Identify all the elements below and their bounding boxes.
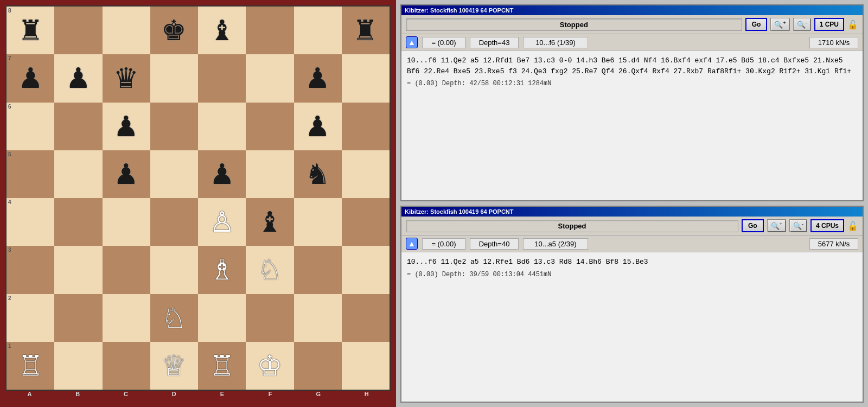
square-g1[interactable]: [294, 342, 342, 390]
square-g2[interactable]: [294, 294, 342, 342]
square-f4[interactable]: ♝: [246, 198, 293, 246]
square-b2[interactable]: [54, 294, 102, 342]
piece-white-R-a1: ♖: [18, 352, 43, 380]
square-c2[interactable]: [103, 294, 150, 342]
square-d5[interactable]: [150, 150, 198, 198]
square-c5[interactable]: ♟: [103, 150, 150, 198]
square-d1[interactable]: ♕: [150, 342, 198, 390]
kibitzer1-zoom-out-button[interactable]: 🔍-: [793, 18, 811, 31]
square-b3[interactable]: [54, 246, 102, 294]
piece-black-N-g5: ♞: [305, 160, 330, 188]
square-e6[interactable]: [198, 103, 246, 150]
piece-black-p-e5: ♟: [209, 160, 235, 188]
square-a5[interactable]: 5: [7, 150, 54, 198]
square-b7[interactable]: ♟: [54, 54, 102, 102]
kibitzer2-zoom-out-button[interactable]: 🔍-: [789, 219, 807, 232]
piece-white-B-e3: ♗: [209, 256, 235, 284]
square-a4[interactable]: 4: [7, 198, 54, 246]
piece-black-B-e8: ♝: [209, 16, 235, 44]
square-c7[interactable]: ♛: [103, 54, 150, 102]
piece-black-B-f4: ♝: [257, 208, 283, 236]
square-d8[interactable]: ♚: [150, 7, 198, 54]
square-h1[interactable]: [342, 342, 390, 390]
square-h3[interactable]: [342, 246, 390, 294]
square-h6[interactable]: [342, 103, 390, 150]
square-c6[interactable]: ♟: [103, 103, 150, 150]
kibitzer2-arrow-button[interactable]: ▲: [406, 238, 418, 250]
kibitzer1-go-button[interactable]: Go: [745, 18, 768, 31]
square-g8[interactable]: [294, 7, 342, 54]
piece-black-p-b7: ♟: [66, 64, 91, 92]
square-h8[interactable]: ♜: [342, 7, 390, 54]
square-f1[interactable]: ♔: [246, 342, 293, 390]
piece-white-K-f1: ♔: [257, 352, 283, 380]
square-e5[interactable]: ♟: [198, 150, 246, 198]
square-c4[interactable]: [103, 198, 150, 246]
square-e4[interactable]: ♙: [198, 198, 246, 246]
square-a6[interactable]: 6: [7, 103, 54, 150]
square-a2[interactable]: 2: [7, 294, 54, 342]
kibitzer2-lock-icon[interactable]: 🔓: [847, 221, 858, 231]
square-g6[interactable]: ♟: [294, 103, 342, 150]
kibitzer1-cpu-button[interactable]: 1 CPU: [814, 18, 844, 31]
square-f7[interactable]: [246, 54, 293, 102]
kibitzer1-lock-icon[interactable]: 🔓: [847, 20, 858, 30]
piece-white-Q-d1: ♕: [161, 352, 187, 380]
square-f5[interactable]: [246, 150, 293, 198]
kibitzer1-panel: Kibitzer: Stockfish 100419 64 POPCNT Sto…: [400, 4, 864, 201]
square-a1[interactable]: 1♖: [7, 342, 54, 390]
kibitzer2-go-button[interactable]: Go: [742, 219, 764, 232]
square-h4[interactable]: [342, 198, 390, 246]
square-h7[interactable]: [342, 54, 390, 102]
square-e1[interactable]: ♖: [198, 342, 246, 390]
square-a8[interactable]: 8♜: [7, 7, 54, 54]
square-g5[interactable]: ♞: [294, 150, 342, 198]
kibitzer2-title: Kibitzer: Stockfish 100419 64 POPCNT: [401, 207, 863, 217]
square-e2[interactable]: [198, 294, 246, 342]
square-f2[interactable]: [246, 294, 293, 342]
square-f6[interactable]: [246, 103, 293, 150]
kibitzer2-depth: Depth=40: [470, 238, 519, 250]
square-e3[interactable]: ♗: [198, 246, 246, 294]
square-a7[interactable]: 7♟: [7, 54, 54, 102]
square-g7[interactable]: ♟: [294, 54, 342, 102]
kibitzer1-info-row: ▲ = (0.00) Depth=43 10...f6 (1/39) 1710 …: [401, 34, 863, 51]
kibitzer2-zoom-in-button[interactable]: 🔍+: [767, 219, 786, 232]
kibitzer2-speed: 5677 kN/s: [809, 238, 858, 250]
kibitzer1-toolbar: Stopped Go 🔍+ 🔍- 1 CPU 🔓: [401, 15, 863, 34]
square-e8[interactable]: ♝: [198, 7, 246, 54]
square-e7[interactable]: [198, 54, 246, 102]
square-h2[interactable]: [342, 294, 390, 342]
kibitzer2-toolbar: Stopped Go 🔍+ 🔍- 4 CPUs 🔓: [401, 217, 863, 236]
square-g4[interactable]: [294, 198, 342, 246]
square-c3[interactable]: [103, 246, 150, 294]
square-d3[interactable]: [150, 246, 198, 294]
kibitzer1-arrow-button[interactable]: ▲: [406, 36, 418, 48]
square-b8[interactable]: [54, 7, 102, 54]
square-g3[interactable]: [294, 246, 342, 294]
kibitzer1-zoom-in-button[interactable]: 🔍+: [770, 18, 789, 31]
square-b5[interactable]: [54, 150, 102, 198]
square-d6[interactable]: [150, 103, 198, 150]
kibitzer1-eval: = (0.00): [422, 37, 465, 48]
square-b4[interactable]: [54, 198, 102, 246]
square-f8[interactable]: [246, 7, 293, 54]
kibitzer2-cpu-button[interactable]: 4 CPUs: [810, 219, 844, 232]
square-f3[interactable]: ♘: [246, 246, 293, 294]
kibitzer1-moves: 10...f6 (1/39): [523, 37, 588, 48]
piece-black-p-g7: ♟: [305, 64, 330, 92]
piece-black-R-a8: ♜: [18, 16, 43, 44]
square-d4[interactable]: [150, 198, 198, 246]
square-c8[interactable]: [103, 7, 150, 54]
square-h5[interactable]: [342, 150, 390, 198]
square-d7[interactable]: [150, 54, 198, 102]
square-d2[interactable]: ♘: [150, 294, 198, 342]
square-c1[interactable]: [103, 342, 150, 390]
piece-black-p-a7: ♟: [18, 64, 43, 92]
kibitzer2-info-row: ▲ = (0.00) Depth=40 10...a5 (2/39) 5677 …: [401, 236, 863, 252]
piece-black-K-d8: ♚: [161, 16, 187, 44]
square-b1[interactable]: [54, 342, 102, 390]
piece-black-R-h8: ♜: [353, 16, 378, 44]
square-b6[interactable]: [54, 103, 102, 150]
square-a3[interactable]: 3: [7, 246, 54, 294]
